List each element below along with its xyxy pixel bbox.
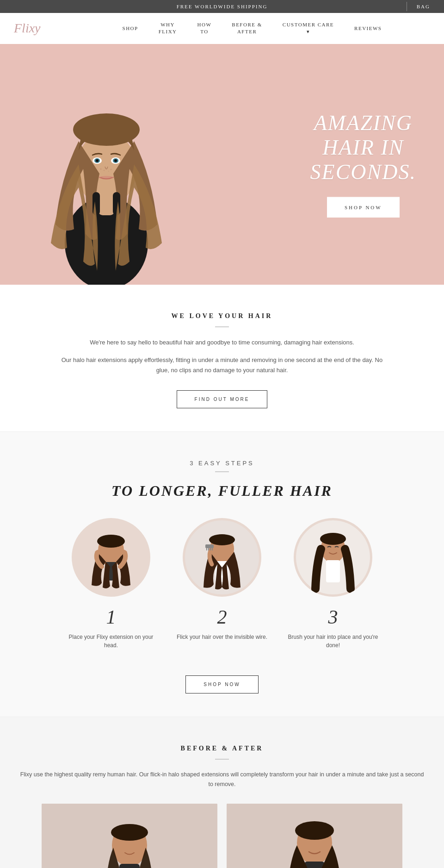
nav-item-before-after[interactable]: BEFORE & AFTER (222, 19, 272, 37)
hero-title: AMAZING HAIR IN SECONDS. (310, 111, 416, 184)
after-svg (227, 804, 402, 868)
bag-button[interactable]: BAG (417, 4, 430, 9)
hero-content: AMAZING HAIR IN SECONDS. SHOP NOW (310, 111, 416, 218)
svg-point-12 (100, 168, 102, 169)
steps-section: 3 EASY STEPS TO LONGER, FULLER HAIR (0, 431, 444, 717)
svg-point-32 (320, 533, 346, 545)
top-bar: FREE WORLDWIDE SHIPPING BAG (0, 0, 444, 13)
svg-rect-23 (205, 544, 214, 548)
nav-item-shop[interactable]: SHOP (112, 23, 148, 34)
logo[interactable]: Flixy (14, 21, 60, 36)
steps-divider (215, 471, 229, 472)
ba-divider (215, 759, 229, 760)
shipping-text: FREE WORLDWIDE SHIPPING (177, 4, 268, 9)
love-para1: We're here to say hello to beautiful hai… (56, 337, 388, 348)
step-2: 2 Flick your hair over the invisible wir… (176, 518, 268, 649)
svg-rect-31 (326, 560, 340, 582)
steps-main-heading: TO LONGER, FULLER HAIR (18, 482, 426, 500)
step-1-image (74, 520, 148, 594)
step-3-circle (294, 518, 372, 597)
steps-sub-heading: 3 EASY STEPS (18, 460, 426, 467)
svg-point-3 (73, 113, 140, 146)
ba-images-row (18, 804, 426, 868)
svg-point-9 (114, 159, 117, 162)
step-1-circle (72, 518, 150, 597)
step-3-image (296, 520, 370, 594)
before-after-para: Flixy use the highest quality remy human… (18, 770, 426, 790)
before-svg (42, 804, 217, 868)
svg-point-6 (96, 159, 99, 162)
step-2-number: 2 (176, 606, 268, 628)
navigation: Flixy SHOP WHY FLIXY HOW TO BEFORE & AFT… (0, 13, 444, 44)
step-1: 1 Place your Flixy extension on your hea… (65, 518, 157, 649)
top-bar-divider (407, 2, 407, 11)
step-3: 3 Brush your hair into place and you're … (287, 518, 379, 649)
step-1-number: 1 (65, 606, 157, 628)
svg-rect-35 (119, 864, 140, 868)
step-3-number: 3 (287, 606, 379, 628)
step-2-desc: Flick your hair over the invisible wire. (176, 633, 268, 641)
svg-point-19 (97, 535, 125, 548)
svg-point-13 (104, 170, 105, 171)
love-para2: Our halo hair extensions apply effortles… (56, 355, 388, 375)
steps-row: 1 Place your Flixy extension on your hea… (18, 518, 426, 649)
hero-image (14, 49, 199, 285)
nav-item-why-flixy[interactable]: WHY FLIXY (148, 19, 187, 37)
before-after-heading: BEFORE & AFTER (18, 745, 426, 752)
svg-point-14 (111, 169, 112, 170)
step-2-image (185, 520, 259, 594)
love-section: WE LOVE YOUR HAIR We're here to say hell… (0, 285, 444, 431)
svg-point-36 (111, 824, 148, 841)
before-after-section: BEFORE & AFTER Flixy use the highest qua… (0, 717, 444, 868)
love-heading: WE LOVE YOUR HAIR (56, 312, 388, 320)
section-divider (215, 326, 229, 327)
step-1-desc: Place your Flixy extension on your head. (65, 633, 157, 649)
step-2-circle (183, 518, 261, 597)
svg-point-28 (209, 534, 235, 545)
after-image (227, 804, 402, 868)
steps-shop-now-button[interactable]: SHOP NOW (185, 675, 258, 693)
nav-links: SHOP WHY FLIXY HOW TO BEFORE & AFTER CUS… (74, 19, 430, 37)
hero-cta-button[interactable]: SHOP NOW (327, 197, 400, 218)
svg-point-40 (295, 821, 334, 840)
hero-section: AMAZING HAIR IN SECONDS. SHOP NOW (0, 44, 444, 285)
before-image (42, 804, 217, 868)
svg-rect-39 (304, 862, 325, 868)
nav-item-reviews[interactable]: REVIEWS (344, 23, 392, 34)
find-out-more-button[interactable]: FIND OUT MORE (177, 390, 268, 408)
step-3-desc: Brush your hair into place and you're do… (287, 633, 379, 649)
svg-point-15 (108, 171, 109, 172)
nav-item-how-to[interactable]: HOW TO (187, 19, 222, 37)
nav-item-customer-care[interactable]: CUSTOMER CARE ▾ (272, 19, 344, 37)
